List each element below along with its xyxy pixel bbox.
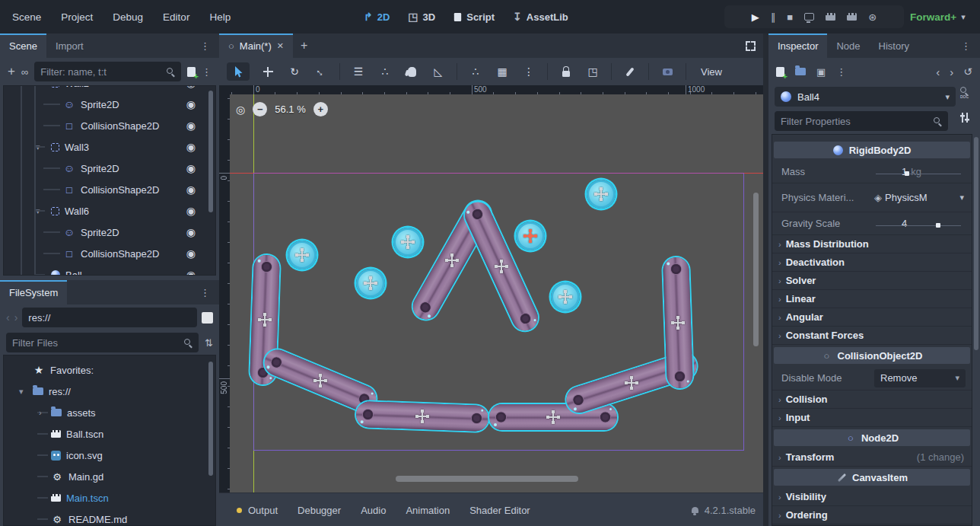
transform-gizmo[interactable] xyxy=(625,376,638,390)
visibility-toggle-icon[interactable]: ◉ xyxy=(186,120,196,132)
open-documentation-button[interactable]: DOC xyxy=(960,87,969,98)
group-ordering[interactable]: ›Ordering xyxy=(772,506,972,524)
transform-gizmo[interactable] xyxy=(546,410,560,424)
visibility-toggle-icon[interactable]: ◉ xyxy=(186,85,196,89)
tab-main-scene[interactable]: ○ Main(*) ✕ xyxy=(219,33,293,58)
tab-scene-dock-scene[interactable]: Scene xyxy=(0,33,46,58)
spin-slider[interactable]: 1kg xyxy=(874,166,972,177)
transform-gizmo[interactable] xyxy=(295,248,309,262)
slider-handle[interactable] xyxy=(936,223,940,228)
notification-bell-icon[interactable] xyxy=(692,507,698,513)
workspace-script[interactable]: Script xyxy=(453,11,495,23)
group-angular[interactable]: ›Angular xyxy=(772,308,972,327)
toggle-split-mode-button[interactable] xyxy=(202,312,213,324)
file-row-ball-tscn[interactable]: Ball.tscn xyxy=(4,423,215,445)
stop-button[interactable]: ■ xyxy=(787,11,793,23)
resource-menu-icon[interactable]: ⋮ xyxy=(836,66,846,78)
file-list-scrollbar[interactable] xyxy=(208,362,213,476)
menu-debug[interactable]: Debug xyxy=(113,11,143,23)
group-input[interactable]: ›Input xyxy=(772,409,972,427)
visibility-toggle-icon[interactable]: ◉ xyxy=(186,205,196,217)
position-tool-icon[interactable]: ∴ xyxy=(377,62,393,81)
tree-row-wall2[interactable]: ▾Wall2◉ xyxy=(4,85,215,94)
tree-row-ball[interactable]: Ball◉ xyxy=(4,264,215,276)
tree-row-wall3[interactable]: ▾Wall3◉ xyxy=(4,136,215,158)
group-icon[interactable]: ◳ xyxy=(584,62,601,81)
visibility-toggle-icon[interactable]: ◉ xyxy=(186,141,196,153)
zoom-in-button[interactable]: + xyxy=(313,102,328,116)
file-row-readme-md[interactable]: ⚙README.md xyxy=(4,508,215,526)
tab-inspector-inspector[interactable]: Inspector xyxy=(768,33,827,58)
snapping-options-icon[interactable]: ⋮ xyxy=(520,62,537,81)
dropdown-disable-mode[interactable]: Remove▾ xyxy=(874,369,966,387)
slider-handle[interactable] xyxy=(905,171,909,176)
file-row-res-[interactable]: ▾res:// xyxy=(4,381,215,402)
file-row-main-tscn[interactable]: Main.tscn xyxy=(4,487,215,508)
inspector-scrollbar[interactable] xyxy=(974,137,978,350)
tab-scene-dock-menu-icon[interactable]: ⋮ xyxy=(200,40,210,52)
tab-filesystem-menu-icon[interactable]: ⋮ xyxy=(200,287,210,298)
group-transform[interactable]: ›Transform(1 change) xyxy=(772,448,972,467)
visibility-toggle-icon[interactable]: ◉ xyxy=(186,183,196,196)
bottom-tab-output[interactable]: Output xyxy=(227,493,288,526)
transform-gizmo[interactable] xyxy=(445,253,459,267)
history-back-icon[interactable]: ‹ xyxy=(6,311,10,324)
group-solver[interactable]: ›Solver xyxy=(772,272,972,290)
tab-scene-dock-import[interactable]: Import xyxy=(46,33,93,58)
new-scene-tab-button[interactable]: + xyxy=(301,39,307,53)
file-row-assets[interactable]: ›assets xyxy=(4,402,215,423)
workspace-assetlib[interactable]: ↧AssetLib xyxy=(513,11,568,23)
file-filter-input[interactable]: Filter Files xyxy=(6,333,199,352)
group-collision[interactable]: ›Collision xyxy=(772,391,972,409)
tree-row-sprite2d[interactable]: ☺Sprite2D◉ xyxy=(4,94,215,115)
group-deactivation[interactable]: ›Deactivation xyxy=(772,253,972,272)
movie-maker-icon[interactable]: ⊛ xyxy=(868,11,877,23)
skeleton-icon[interactable] xyxy=(625,67,634,77)
tree-row-sprite2d[interactable]: ☺Sprite2D◉ xyxy=(4,222,215,243)
center-view-icon[interactable]: ◎ xyxy=(236,104,245,116)
zoom-percent[interactable]: 56.1 % xyxy=(275,104,305,115)
play-scene-button[interactable] xyxy=(826,13,835,21)
transform-gizmo[interactable] xyxy=(364,276,377,290)
group-mass-distribution[interactable]: ›Mass Distribution xyxy=(772,235,972,253)
save-resource-icon[interactable]: ▣ xyxy=(816,66,826,78)
tree-row-wall6[interactable]: ▾Wall6◉ xyxy=(4,200,215,222)
attach-script-button[interactable]: + xyxy=(187,67,196,77)
renderer-selector[interactable]: Forward+ ▾ xyxy=(910,0,966,33)
pause-button[interactable]: ∥ xyxy=(771,11,776,23)
ruler-tool-icon[interactable]: ◺ xyxy=(430,62,447,81)
load-resource-icon[interactable] xyxy=(795,68,806,75)
visibility-toggle-icon[interactable]: ◉ xyxy=(186,162,196,174)
tab-inspector-history[interactable]: History xyxy=(870,33,918,58)
grid-snap-icon[interactable]: ▦ xyxy=(494,62,511,81)
transform-gizmo[interactable] xyxy=(495,260,508,273)
path-bar[interactable]: res:// xyxy=(22,308,197,327)
rotate-tool-icon[interactable]: ↻ xyxy=(286,62,303,81)
visibility-toggle-icon[interactable]: ◉ xyxy=(186,247,196,260)
scene-tree-scrollbar[interactable] xyxy=(208,91,213,212)
menu-project[interactable]: Project xyxy=(61,11,93,23)
bottom-tab-animation[interactable]: Animation xyxy=(396,493,460,526)
bottom-tab-audio[interactable]: Audio xyxy=(351,493,396,526)
object-history-icon[interactable]: ↺ xyxy=(963,65,972,78)
tab-inspector-node[interactable]: Node xyxy=(827,33,869,58)
resource-picker[interactable]: ◈PhysicsM▾ xyxy=(874,192,972,203)
transform-gizmo[interactable] xyxy=(415,410,429,423)
tree-row-sprite2d[interactable]: ☺Sprite2D◉ xyxy=(4,158,215,179)
selected-node-selector[interactable]: Ball4 ▾ xyxy=(775,87,956,107)
instantiate-scene-button[interactable]: ∞ xyxy=(21,66,28,78)
new-resource-button[interactable]: + xyxy=(776,67,784,77)
transform-gizmo[interactable] xyxy=(401,235,415,249)
visibility-toggle-icon[interactable]: ◉ xyxy=(186,269,196,276)
transform-gizmo[interactable] xyxy=(671,316,685,330)
menu-scene[interactable]: Scene xyxy=(12,11,41,23)
scene-dock-menu-icon[interactable]: ⋮ xyxy=(202,66,212,78)
play-button[interactable]: ▶ xyxy=(752,11,759,23)
selected-gizmo[interactable] xyxy=(523,229,537,243)
sort-files-icon[interactable]: ⇅ xyxy=(205,337,213,349)
transform-gizmo[interactable] xyxy=(594,187,608,201)
menu-editor[interactable]: Editor xyxy=(163,11,189,23)
vertical-scrollbar[interactable] xyxy=(753,193,759,346)
file-row-favorites-[interactable]: ★Favorites: xyxy=(4,359,215,381)
property-filter-input[interactable]: Filter Properties xyxy=(775,111,948,131)
